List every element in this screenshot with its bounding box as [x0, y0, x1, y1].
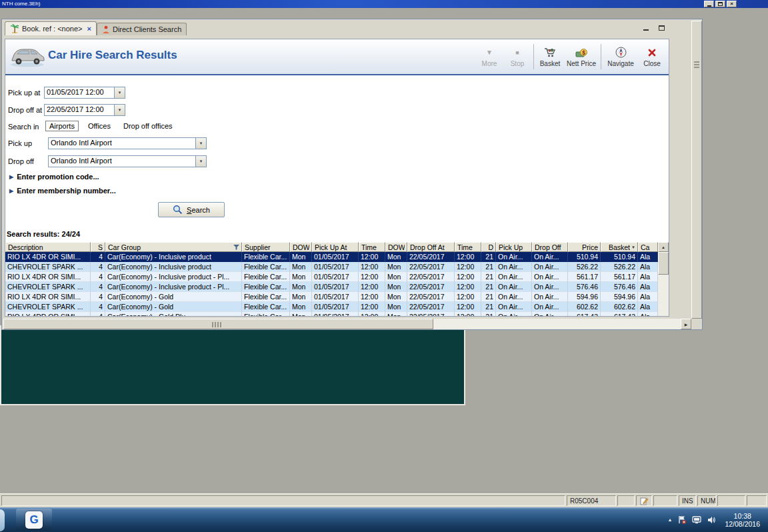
cell-supplier: Flexible Car...	[242, 252, 290, 262]
search-in-dropoff-offices[interactable]: Drop off offices	[120, 121, 176, 131]
pickup-location-combo[interactable]: Orlando Intl Airport ▼	[48, 137, 207, 149]
scroll-up-button[interactable]: ▲	[658, 242, 669, 252]
dropdown-arrow-icon[interactable]: ▼	[114, 87, 125, 98]
navigate-compass-icon	[615, 47, 627, 58]
membership-number-expander[interactable]: ▶ Enter membership number...	[9, 187, 116, 195]
column-header-car-group[interactable]: Car Group	[105, 242, 242, 252]
scroll-grip-icon	[212, 322, 221, 327]
column-header-ca[interactable]: Ca	[638, 242, 658, 252]
cell-drop-off-at: 22/05/2017	[407, 292, 455, 302]
result-row-4[interactable]: RIO LX 4DR OR SIMI...4Car(Economy) - Gol…	[5, 292, 658, 302]
tab-booking[interactable]: Book. ref : <none> ×	[5, 21, 97, 35]
start-button-edge[interactable]	[0, 509, 5, 531]
cell-dow: Mon	[385, 252, 407, 262]
grid-vertical-scrollbar[interactable]: ▲	[658, 242, 669, 316]
cell-price: 617.43	[568, 312, 601, 316]
window-titlebar[interactable]: NTH come.3Eh) ×	[0, 0, 768, 8]
dropoff-location-combo[interactable]: Orlando Intl Airport ▼	[48, 155, 207, 167]
dropdown-arrow-icon[interactable]: ▼	[114, 105, 125, 115]
cell-dow: Mon	[385, 312, 407, 316]
cell-pick-up-at: 01/05/2017	[312, 282, 359, 292]
result-row-2[interactable]: RIO LX 4DR OR SIMI...4Car(Economy) - Inc…	[5, 272, 658, 282]
column-header-dow[interactable]: DOW	[385, 242, 407, 252]
cell-basket: 561.17	[601, 272, 638, 282]
close-panel-button[interactable]: Close	[638, 41, 666, 73]
terminal-background-window[interactable]	[0, 325, 465, 405]
cell-price: 510.94	[568, 252, 601, 262]
cell-car-group: Car(Economy) - Inclusive product - Pl...	[105, 282, 242, 292]
window-vertical-splitter[interactable]	[691, 21, 702, 319]
scroll-right-button[interactable]: ▶	[681, 319, 691, 329]
car-hire-window: Book. ref : <none> × Direct Clients Sear…	[1, 19, 703, 330]
column-header-drop-off[interactable]: Drop Off	[532, 242, 568, 252]
dropdown-arrow-icon[interactable]: ▼	[195, 138, 206, 149]
cell-price: 526.22	[568, 262, 601, 272]
promotion-code-expander[interactable]: ▶ Enter promotion code...	[9, 173, 99, 181]
nett-price-button[interactable]: $ Nett Price	[564, 41, 599, 73]
horizontal-scroll-thumb[interactable]	[3, 319, 433, 329]
clock-time: 10:38	[734, 512, 751, 520]
network-icon[interactable]	[692, 516, 701, 524]
column-header-s[interactable]: S	[91, 242, 105, 252]
cell-time: 12:00	[455, 262, 481, 272]
search-in-offices[interactable]: Offices	[85, 121, 114, 131]
filter-funnel-icon[interactable]	[233, 245, 239, 250]
basket-button[interactable]: Basket	[536, 41, 564, 73]
window-minimize-button[interactable]	[704, 1, 714, 7]
search-button[interactable]: Search	[158, 202, 225, 217]
taskbar-clock[interactable]: 10:38 12/08/2016	[725, 512, 765, 528]
window-horizontal-scrollbar[interactable]: ▶	[3, 319, 691, 329]
tab-direct-clients-search[interactable]: Direct Clients Search	[97, 23, 187, 35]
result-row-1[interactable]: CHEVROLET SPARK ...4Car(Economy) - Inclu…	[5, 262, 658, 272]
result-row-3[interactable]: CHEVROLET SPARK ...4Car(Economy) - Inclu…	[5, 282, 658, 292]
result-row-6[interactable]: RIO LX 4DR OR SIMI...4Car(Economy) - Gol…	[5, 312, 658, 316]
scroll-up-icon: ▲	[661, 245, 665, 249]
pickup-at-value: 01/05/2017 12:00	[45, 87, 114, 98]
cell-time: 12:00	[455, 302, 481, 312]
cell-description: CHEVROLET SPARK ...	[5, 282, 91, 292]
navigate-button[interactable]: Navigate	[603, 41, 638, 73]
stop-button[interactable]: ■ Stop	[503, 41, 531, 73]
grid-scroll-thumb[interactable]	[658, 252, 669, 275]
column-header-dow[interactable]: DOW	[290, 242, 312, 252]
cell-d: 21	[481, 282, 496, 292]
cell-drop-off-at: 22/05/2017	[407, 272, 455, 282]
direct-clients-icon	[102, 25, 110, 34]
mdi-restore-button[interactable]	[656, 23, 667, 32]
column-header-time[interactable]: Time	[359, 242, 385, 252]
action-center-flag-icon[interactable]	[678, 515, 686, 524]
column-header-time[interactable]: Time	[455, 242, 481, 252]
cell-d: 21	[481, 272, 496, 282]
window-title: NTH come.3Eh)	[2, 1, 704, 7]
column-header-supplier[interactable]: Supplier	[242, 242, 290, 252]
hidden-icons-icon[interactable]: ▲	[668, 517, 673, 522]
column-header-pick-up[interactable]: Pick Up	[496, 242, 532, 252]
mdi-minimize-button[interactable]	[641, 23, 651, 32]
column-header-d[interactable]: D	[481, 242, 496, 252]
column-header-pick-up-at[interactable]: Pick Up At	[312, 242, 359, 252]
window-maximize-button[interactable]	[715, 1, 725, 7]
result-row-5[interactable]: CHEVROLET SPARK ...4Car(Economy) - GoldF…	[5, 302, 658, 312]
search-in-options: Airports Offices Drop off offices	[45, 121, 176, 131]
column-header-drop-off-at[interactable]: Drop Off At	[407, 242, 455, 252]
pickup-at-combo[interactable]: 01/05/2017 12:00 ▼	[44, 87, 125, 99]
column-header-basket[interactable]: Basket▼	[601, 242, 638, 252]
dropoff-at-combo[interactable]: 22/05/2017 12:00 ▼	[44, 104, 125, 116]
column-header-description[interactable]: Description	[5, 242, 91, 252]
more-button[interactable]: ▼ More	[475, 41, 503, 73]
taskbar-app-button[interactable]: G	[16, 509, 52, 531]
statusbar-message-cell	[1, 495, 565, 506]
cell-description: CHEVROLET SPARK ...	[5, 302, 91, 312]
window-close-button[interactable]: ×	[727, 1, 737, 7]
cell-pick-up-at: 01/05/2017	[312, 312, 359, 316]
result-row-0[interactable]: RIO LX 4DR OR SIMI...4Car(Economy) - Inc…	[5, 252, 658, 262]
volume-icon[interactable]	[707, 516, 716, 524]
dropdown-arrow-icon[interactable]: ▼	[195, 156, 206, 167]
cell-time: 12:00	[359, 272, 385, 282]
search-in-airports[interactable]: Airports	[45, 121, 79, 131]
tab-close-icon[interactable]: ×	[87, 25, 91, 32]
column-header-price[interactable]: Price	[568, 242, 601, 252]
cell-car-group: Car(Economy) - Gold Plu...	[105, 312, 242, 316]
cell-pick-up: On Air...	[496, 282, 532, 292]
cell-drop-off: On Air...	[532, 312, 568, 316]
